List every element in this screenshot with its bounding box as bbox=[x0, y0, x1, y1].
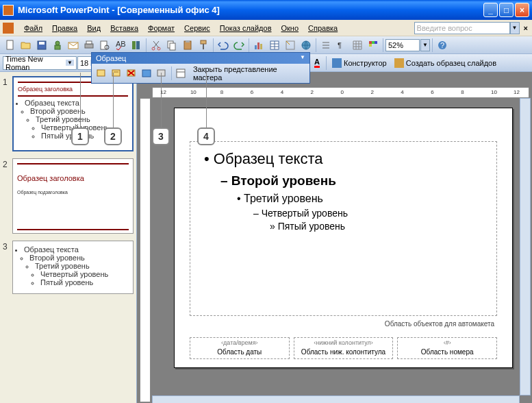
slide-number: 3 bbox=[3, 241, 12, 294]
zoom-dropdown[interactable]: ▼ bbox=[420, 39, 430, 51]
insert-table-button[interactable] bbox=[267, 38, 282, 53]
svg-text:?: ? bbox=[440, 41, 444, 49]
outline-level-4: Четвертый уровень bbox=[253, 208, 483, 219]
zoom-field[interactable]: 52% bbox=[385, 39, 420, 51]
email-button[interactable] bbox=[66, 38, 81, 53]
horizontal-scrollbar[interactable] bbox=[152, 395, 520, 403]
svg-rect-74 bbox=[177, 69, 185, 77]
show-grid-button[interactable] bbox=[350, 38, 365, 53]
tables-borders-button[interactable] bbox=[283, 38, 298, 53]
font-color-button[interactable]: A bbox=[310, 56, 324, 70]
svg-rect-23 bbox=[260, 44, 262, 49]
horizontal-ruler[interactable]: 1210 86 42 02 46 810 12 bbox=[152, 87, 529, 98]
svg-rect-19 bbox=[201, 40, 206, 44]
undo-button[interactable] bbox=[216, 38, 231, 53]
svg-rect-36 bbox=[375, 41, 377, 44]
menu-bar: Файл Правка Вид Вставка Формат Сервис По… bbox=[0, 20, 532, 36]
slidenumber-placeholder[interactable]: ‹#›Область номера bbox=[397, 337, 497, 359]
body-placeholder[interactable]: Образец текста Второй уровень Третий уро… bbox=[190, 141, 497, 316]
help-question-dropdown[interactable]: ▼ bbox=[510, 22, 520, 34]
menu-file[interactable]: Файл bbox=[19, 22, 47, 34]
insert-title-master-button[interactable] bbox=[109, 66, 123, 81]
save-button[interactable] bbox=[34, 38, 49, 53]
print-button[interactable] bbox=[81, 38, 97, 53]
copy-button[interactable] bbox=[164, 38, 179, 53]
new-button[interactable] bbox=[3, 38, 18, 53]
research-button[interactable] bbox=[129, 38, 144, 53]
window-title: Microsoft PowerPoint - [Современный офис… bbox=[18, 5, 483, 15]
redo-button[interactable] bbox=[231, 38, 246, 53]
show-formatting-button[interactable]: ¶ bbox=[334, 38, 349, 53]
slide-number: 1 bbox=[3, 76, 12, 151]
slides-thumbnail-panel: 1 Образец заголовка Образец текста Второ… bbox=[0, 72, 137, 403]
help-button[interactable]: ? bbox=[435, 38, 450, 53]
svg-rect-35 bbox=[372, 41, 375, 44]
slide-edit-area: 1210 86 42 02 46 810 12 Образец текста В… bbox=[137, 72, 532, 403]
master-layout-button[interactable] bbox=[174, 66, 188, 81]
svg-rect-6 bbox=[85, 44, 93, 48]
outline-level-3: Третий уровень bbox=[237, 193, 483, 205]
autolayout-label: Область объектов для автомакета bbox=[385, 320, 494, 328]
vertical-scrollbar[interactable] bbox=[520, 98, 531, 395]
outline-level-1: Образец текста bbox=[204, 150, 483, 168]
svg-text:¶: ¶ bbox=[338, 41, 342, 49]
svg-rect-16 bbox=[170, 43, 175, 50]
svg-rect-21 bbox=[255, 45, 257, 49]
color-grayscale-button[interactable] bbox=[366, 38, 381, 53]
minimize-button[interactable]: _ bbox=[483, 3, 498, 17]
menu-slideshow[interactable]: Показ слайдов bbox=[215, 22, 277, 34]
master-toolbar-title[interactable]: Образец▼ bbox=[92, 53, 309, 64]
svg-rect-37 bbox=[369, 44, 372, 47]
svg-rect-2 bbox=[39, 42, 45, 45]
outline-level-2: Второй уровень bbox=[220, 173, 483, 188]
open-button[interactable] bbox=[18, 38, 34, 53]
paste-button[interactable] bbox=[180, 38, 195, 53]
footer-placeholder[interactable]: ‹нижний колонтитул›Область ниж. колонтит… bbox=[294, 337, 394, 359]
menu-view[interactable]: Вид bbox=[82, 22, 105, 34]
vertical-ruler[interactable] bbox=[140, 98, 151, 402]
permission-button[interactable] bbox=[50, 38, 65, 53]
menu-help[interactable]: Справка bbox=[303, 22, 342, 34]
svg-rect-20 bbox=[203, 44, 204, 49]
spellcheck-button[interactable]: AB bbox=[113, 38, 128, 53]
expand-all-button[interactable] bbox=[318, 38, 333, 53]
title-bar: Microsoft PowerPoint - [Современный офис… bbox=[0, 0, 532, 20]
master-toolbar[interactable]: Образец▼ Закрыть представление мастера bbox=[91, 52, 310, 84]
insert-chart-button[interactable] bbox=[251, 38, 266, 53]
delete-master-button[interactable] bbox=[124, 66, 138, 81]
outline-level-5: Пятый уровень bbox=[270, 221, 483, 232]
format-painter-button[interactable] bbox=[196, 38, 211, 53]
preserve-master-button[interactable] bbox=[139, 66, 153, 81]
app-icon bbox=[3, 5, 14, 16]
powerpoint-icon[interactable] bbox=[3, 23, 14, 34]
menu-format[interactable]: Формат bbox=[143, 22, 179, 34]
svg-rect-7 bbox=[86, 41, 92, 44]
new-slide-master-button[interactable]: Создать образец слайдов bbox=[391, 56, 500, 70]
svg-rect-0 bbox=[7, 40, 13, 49]
menu-tools[interactable]: Сервис bbox=[179, 22, 215, 34]
insert-slide-master-button[interactable] bbox=[94, 66, 108, 81]
date-placeholder[interactable]: ‹дата/время›Область даты bbox=[190, 337, 290, 359]
svg-rect-22 bbox=[257, 42, 259, 49]
close-button[interactable]: × bbox=[515, 3, 529, 17]
slide-thumbnail[interactable]: Образец заголовка Образец подзаголовка bbox=[12, 158, 134, 234]
svg-point-3 bbox=[55, 41, 60, 45]
rename-master-button[interactable] bbox=[155, 66, 169, 81]
insert-hyperlink-button[interactable] bbox=[299, 38, 314, 53]
menu-edit[interactable]: Правка bbox=[47, 22, 82, 34]
menu-insert[interactable]: Вставка bbox=[105, 22, 143, 34]
svg-rect-4 bbox=[55, 45, 60, 49]
help-question-box[interactable]: Введите вопрос bbox=[414, 22, 510, 34]
svg-rect-18 bbox=[186, 40, 190, 42]
cut-button[interactable] bbox=[149, 38, 164, 53]
preview-button[interactable] bbox=[97, 38, 112, 53]
maximize-button[interactable]: □ bbox=[499, 3, 514, 17]
slide-canvas[interactable]: Образец текста Второй уровень Третий уро… bbox=[174, 108, 513, 368]
svg-rect-72 bbox=[142, 70, 151, 77]
font-name-combo[interactable]: Times New Roman▼ bbox=[3, 56, 77, 70]
slide-design-button[interactable]: Конструктор bbox=[329, 56, 390, 70]
mdi-close-button[interactable]: × bbox=[524, 24, 528, 32]
menu-window[interactable]: Окно bbox=[277, 22, 304, 34]
slide-thumbnail[interactable]: Образец текста Второй уровень Третий уро… bbox=[12, 241, 134, 294]
svg-rect-66 bbox=[97, 70, 105, 76]
